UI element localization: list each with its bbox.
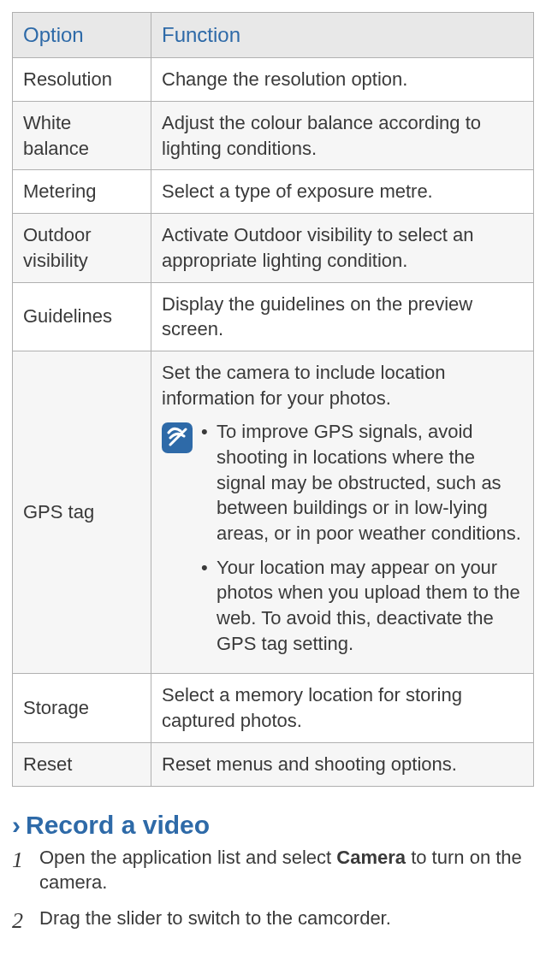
note-bullet: Your location may appear on your photos … (201, 555, 523, 657)
step-body: Open the application list and select Cam… (39, 845, 534, 895)
table-row: Metering Select a type of exposure metre… (13, 170, 534, 214)
option-name: Guidelines (13, 282, 151, 351)
table-row: White balance Adjust the colour balance … (13, 102, 534, 170)
section-heading: ›Record a video (12, 811, 534, 840)
option-name: Outdoor visibility (13, 214, 151, 282)
table-row-gps: GPS tag Set the camera to include locati… (13, 351, 534, 674)
option-desc: Reset menus and shooting options. (151, 742, 534, 786)
step-number: 1 (12, 845, 29, 895)
table-header-row: Option Function (13, 13, 534, 58)
option-name: White balance (13, 102, 151, 170)
header-option: Option (13, 13, 151, 58)
option-name: Storage (13, 674, 151, 742)
table-row: Guidelines Display the guidelines on the… (13, 282, 534, 351)
option-desc: Select a memory location for storing cap… (151, 674, 534, 742)
option-desc: Select a type of exposure metre. (151, 170, 534, 214)
option-name: Resolution (13, 58, 151, 102)
option-desc: Display the guidelines on the preview sc… (151, 282, 534, 351)
gps-intro-text: Set the camera to include location infor… (162, 360, 523, 410)
step-body: Drag the slider to switch to the camcord… (39, 906, 534, 936)
chevron-icon: › (12, 811, 21, 840)
table-row: Reset Reset menus and shooting options. (13, 742, 534, 786)
option-desc: Change the resolution option. (151, 58, 534, 102)
option-name: GPS tag (13, 351, 151, 674)
section-title-text: Record a video (26, 811, 210, 839)
table-row: Outdoor visibility Activate Outdoor visi… (13, 214, 534, 282)
option-name: Metering (13, 170, 151, 214)
table-row: Resolution Change the resolution option. (13, 58, 534, 102)
header-function: Function (151, 13, 534, 58)
option-desc: Activate Outdoor visibility to select an… (151, 214, 534, 282)
note-block: To improve GPS signals, avoid shooting i… (162, 419, 523, 664)
options-table: Option Function Resolution Change the re… (12, 12, 534, 787)
gps-desc-cell: Set the camera to include location infor… (151, 351, 534, 674)
option-desc: Adjust the colour balance according to l… (151, 102, 534, 170)
step-item: 2 Drag the slider to switch to the camco… (12, 906, 534, 936)
option-name: Reset (13, 742, 151, 786)
note-list: To improve GPS signals, avoid shooting i… (201, 419, 523, 664)
step-item: 1 Open the application list and select C… (12, 845, 534, 895)
note-bullet: To improve GPS signals, avoid shooting i… (201, 419, 523, 546)
step-text-pre: Open the application list and select (39, 847, 336, 868)
page-content: Option Function Resolution Change the re… (0, 0, 546, 980)
step-text-bold: Camera (336, 847, 406, 868)
table-row: Storage Select a memory location for sto… (13, 674, 534, 742)
note-icon (162, 422, 193, 460)
step-number: 2 (12, 906, 29, 936)
